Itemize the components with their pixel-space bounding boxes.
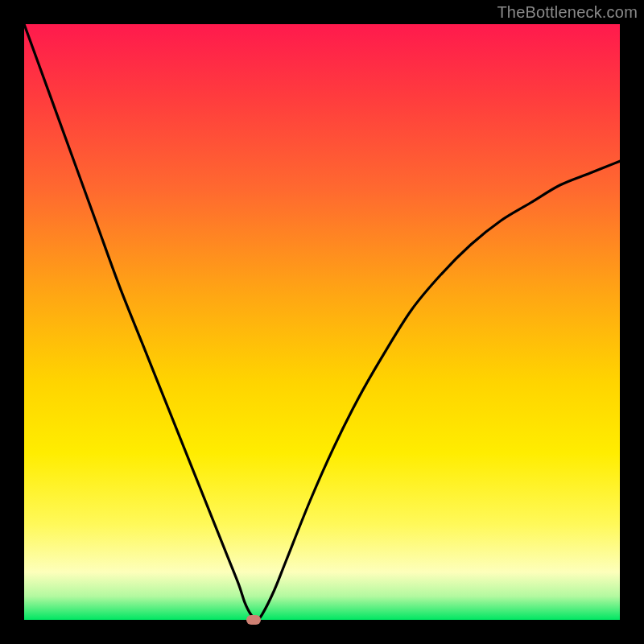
chart-frame: TheBottleneck.com	[0, 0, 644, 644]
watermark-text: TheBottleneck.com	[497, 3, 638, 22]
curve-svg	[24, 24, 620, 620]
optimum-marker	[246, 615, 261, 625]
plot-area	[24, 24, 620, 620]
bottleneck-curve	[24, 24, 620, 620]
